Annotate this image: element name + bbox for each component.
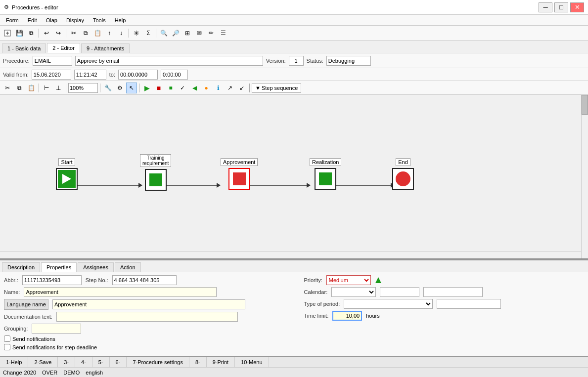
copy2-button[interactable]: ⧉ xyxy=(80,28,91,39)
f5-empty[interactable]: 5- xyxy=(92,357,110,367)
name-input[interactable] xyxy=(24,287,217,297)
new-button[interactable] xyxy=(2,28,13,39)
paste-editor-button[interactable]: 📋 xyxy=(26,83,37,93)
cursor-tool-button[interactable]: ↖ xyxy=(126,83,137,93)
node-training-box[interactable] xyxy=(145,169,167,191)
f3-empty[interactable]: 3- xyxy=(58,357,75,367)
orange-circle-button[interactable]: ● xyxy=(201,83,212,93)
node-approvement[interactable]: Approvement xyxy=(221,158,258,190)
search2-button[interactable]: 🔎 xyxy=(170,28,181,39)
vertical-scrollbar-thumb[interactable] xyxy=(582,95,588,115)
doctext-input[interactable] xyxy=(56,312,238,322)
menu-form[interactable]: Form xyxy=(2,16,23,24)
calendar-input1[interactable] xyxy=(380,287,419,297)
step-green-button[interactable]: ■ xyxy=(165,83,176,93)
cursor-button[interactable]: ✳ xyxy=(131,28,142,39)
menu-edit[interactable]: Edit xyxy=(24,16,41,24)
tab-action[interactable]: Action xyxy=(115,262,141,272)
save-button[interactable]: 💾 xyxy=(14,28,25,39)
zoom-selector[interactable]: 50% 75% 100% 150% 200% xyxy=(68,83,98,93)
valid-from-time-input[interactable] xyxy=(74,70,106,80)
node-approvement-box[interactable] xyxy=(228,168,250,190)
valid-from-date-input[interactable] xyxy=(32,70,71,80)
cut-button[interactable]: ✂ xyxy=(68,28,79,39)
node-training[interactable]: Trainingrequirement xyxy=(140,154,171,191)
edit-button[interactable]: ✏ xyxy=(206,28,217,39)
version-input[interactable] xyxy=(289,56,304,66)
search-button[interactable]: 🔍 xyxy=(158,28,169,39)
tab-attachments[interactable]: 9 - Attachments xyxy=(81,43,130,53)
align-left-button[interactable]: ⊢ xyxy=(41,83,52,93)
langname-input[interactable] xyxy=(52,299,245,309)
copy-button[interactable]: ⧉ xyxy=(26,28,37,39)
minimize-button[interactable]: ─ xyxy=(539,2,552,12)
grouping-input[interactable] xyxy=(32,324,81,334)
procedure-title-input[interactable] xyxy=(75,56,263,66)
menu-button[interactable]: ☰ xyxy=(218,28,228,39)
f2-save[interactable]: 2-Save xyxy=(28,357,58,367)
info-button[interactable]: ℹ xyxy=(213,83,224,93)
expand-button[interactable]: ↗ xyxy=(225,83,235,93)
copy-editor-button[interactable]: ⧉ xyxy=(14,83,25,93)
period-type-select[interactable] xyxy=(344,299,433,309)
up-arrow-button[interactable]: ↑ xyxy=(104,28,115,39)
f10-menu[interactable]: 10-Menu xyxy=(235,357,269,367)
maximize-button[interactable]: □ xyxy=(554,2,568,12)
menu-help[interactable]: Help xyxy=(111,16,130,24)
status-input[interactable] xyxy=(326,56,371,66)
menu-display[interactable]: Display xyxy=(62,16,88,24)
node-realization[interactable]: Realization xyxy=(310,158,341,190)
tab-basic-data[interactable]: 1 - Basic data xyxy=(2,43,46,53)
f1-help[interactable]: 1-Help xyxy=(0,357,28,367)
play-button[interactable]: ▶ xyxy=(141,83,152,93)
calendar-input2[interactable] xyxy=(423,287,483,297)
redo-button[interactable]: ↪ xyxy=(53,28,64,39)
node-start-box[interactable] xyxy=(56,168,78,190)
node-start[interactable]: Start xyxy=(56,158,78,190)
check-button[interactable]: ✓ xyxy=(177,83,188,93)
priority-select[interactable]: Low Medium High xyxy=(326,275,371,285)
node-end[interactable]: End xyxy=(392,158,414,190)
undo-button[interactable]: ↩ xyxy=(41,28,52,39)
close-button[interactable]: ✕ xyxy=(570,2,584,12)
horizontal-scrollbar[interactable] xyxy=(0,251,581,258)
down-arrow-button[interactable]: ↓ xyxy=(116,28,127,39)
tab-description[interactable]: Description xyxy=(2,262,40,272)
period-type-input[interactable] xyxy=(437,299,501,309)
valid-to-time-input[interactable] xyxy=(161,70,188,80)
search3-button[interactable]: ⊞ xyxy=(182,28,193,39)
send-notifications-deadline-checkbox[interactable] xyxy=(4,344,10,350)
tab-properties[interactable]: Properties xyxy=(41,262,77,272)
f9-print[interactable]: 9-Print xyxy=(207,357,235,367)
node-end-box[interactable] xyxy=(392,168,414,190)
abbr-input[interactable] xyxy=(22,275,82,285)
vertical-scrollbar[interactable] xyxy=(581,95,588,258)
f6-empty[interactable]: 6- xyxy=(110,357,127,367)
wrench-button[interactable]: 🔧 xyxy=(102,83,113,93)
workflow-canvas[interactable]: Start Trainingrequirement Approvement xyxy=(0,95,581,251)
settings-button[interactable]: ⚙ xyxy=(114,83,125,93)
menu-tools[interactable]: Tools xyxy=(89,16,110,24)
stop-button[interactable]: ■ xyxy=(153,83,164,93)
send-notifications-checkbox[interactable] xyxy=(4,335,10,342)
calendar-select[interactable] xyxy=(331,287,376,297)
align-button[interactable]: ⊥ xyxy=(53,83,64,93)
valid-to-date-input[interactable] xyxy=(118,70,158,80)
f4-empty[interactable]: 4- xyxy=(75,357,92,367)
time-limit-input[interactable] xyxy=(332,311,362,321)
back-button[interactable]: ◀ xyxy=(189,83,200,93)
step-sequence-button[interactable]: ▼ Step sequence xyxy=(252,83,301,93)
stepno-input[interactable] xyxy=(112,275,177,285)
f7-procedure-settings[interactable]: 7-Procedure settings xyxy=(127,357,189,367)
node-realization-box[interactable] xyxy=(315,168,336,190)
tab-assignees[interactable]: Assignees xyxy=(78,262,114,272)
f8-empty[interactable]: 8- xyxy=(189,357,207,367)
collapse-button[interactable]: ↙ xyxy=(236,83,247,93)
cut-editor-button[interactable]: ✂ xyxy=(2,83,13,93)
email-button[interactable]: ✉ xyxy=(194,28,205,39)
zoom-select[interactable]: 50% 75% 100% 150% 200% xyxy=(68,83,98,93)
paste-button[interactable]: 📋 xyxy=(92,28,103,39)
language-name-button[interactable]: Language name xyxy=(4,299,48,310)
menu-olap[interactable]: Olap xyxy=(42,16,61,24)
sigma-button[interactable]: Σ xyxy=(143,28,154,39)
